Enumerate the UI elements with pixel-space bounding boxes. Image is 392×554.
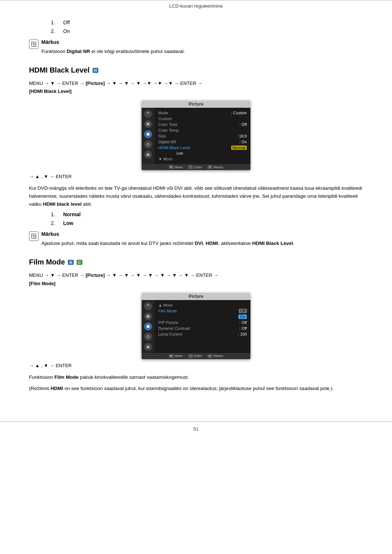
hdmi-black-level-section-title: HDMI Black Level H <box>29 66 363 74</box>
tv-sidebar-film <box>142 300 155 353</box>
film-sidebar-icon-1 <box>144 302 152 310</box>
hdmi-screen-diagram: Picture <box>29 100 363 170</box>
sidebar-icon-5 <box>144 151 152 159</box>
film-sidebar-icon-2 <box>144 312 152 320</box>
svg-rect-0 <box>32 42 36 46</box>
sidebar-icon-1 <box>144 110 152 118</box>
list-item: 1. Off <box>51 20 363 25</box>
list-item: 2. Low <box>51 220 363 226</box>
digital-nr-list: 1. Off 2. On <box>51 20 363 34</box>
note-icon-2 <box>29 231 38 241</box>
hdmi-note-text: Ajastuse puhul, mida saab kasutada nii a… <box>41 240 294 247</box>
film-enter-hint: → ▲ , ▼ → ENTER <box>29 363 363 368</box>
hdmi-badge: H <box>93 68 98 73</box>
list-item: 2. On <box>51 28 363 34</box>
svg-point-15 <box>148 335 148 336</box>
note-label: Märkus <box>41 39 59 45</box>
film-mode-section-title: Film Mode A C <box>29 258 363 266</box>
svg-rect-12 <box>147 315 150 318</box>
hdmi-menu-path: MENU → ▼ → ENTER → [Picture] → ▼ → ▼ → ▼… <box>29 79 363 95</box>
digital-nr-note: Märkus Funktsioon Digital NR ei ole kõig… <box>29 39 363 59</box>
sidebar-icon-4 <box>144 140 152 148</box>
svg-rect-9 <box>32 234 36 238</box>
film-menu-path: MENU → ▼ → ENTER → [Picture] → ▼ → ▼ → ▼… <box>29 271 363 287</box>
hdmi-body-text: Kui DVD-mängija või teleriboks on teie T… <box>29 184 363 208</box>
hdmi-items-list: 1. Normal 2. Low <box>51 212 363 226</box>
tv-title-film: Picture <box>142 293 250 300</box>
hdmi-note: Märkus Ajastuse puhul, mida saab kasutad… <box>29 231 363 251</box>
film-screen-diagram: Picture <box>29 293 363 359</box>
film-badge-a: A <box>68 260 74 265</box>
film-body-text1: Funktsioon Film Mode pakub kinokvaliteed… <box>29 373 363 381</box>
tv-title-hdmi: Picture <box>142 100 250 108</box>
tv-content-film: ▲ More Film ModeOff On PIP Picture: Off … <box>155 300 250 353</box>
tv-content-hdmi: Mode: Custom Custom Color Tone: Off Colo… <box>155 108 250 164</box>
page-number: 51 <box>193 426 199 432</box>
svg-point-13 <box>147 325 150 328</box>
svg-point-6 <box>148 143 148 144</box>
list-item: 1. Normal <box>51 212 363 217</box>
note-icon <box>29 40 38 49</box>
film-sidebar-icon-4 <box>144 333 152 341</box>
film-sidebar-icon-3 <box>144 323 152 331</box>
hdmi-enter-hint: → ▲ , ▼ → ENTER <box>29 174 363 179</box>
tv-sidebar <box>142 108 155 164</box>
sidebar-icon-3 <box>144 130 152 138</box>
svg-rect-17 <box>147 345 149 346</box>
svg-point-4 <box>147 133 150 136</box>
sidebar-icon-2 <box>144 120 152 128</box>
svg-rect-8 <box>147 153 149 154</box>
svg-rect-3 <box>147 123 150 126</box>
film-sidebar-icon-5 <box>144 343 152 351</box>
note-text: Funktsioon Digital NR ei ole kõigi erald… <box>41 48 185 55</box>
tv-footer-hdmi: ✦Move ☞Enter ↩Return <box>142 164 250 170</box>
film-body-text2: (Režiimis HDMI on see funktsioon saadava… <box>29 385 363 393</box>
page-footer: 51 <box>0 422 392 436</box>
tv-footer-film: ✦Move ☞Enter ↩Return <box>142 353 250 359</box>
page-header-title: LCD-kuvari reguleerimine <box>169 3 222 9</box>
hdmi-note-label: Märkus <box>41 231 59 237</box>
film-badge-c: C <box>77 260 82 265</box>
